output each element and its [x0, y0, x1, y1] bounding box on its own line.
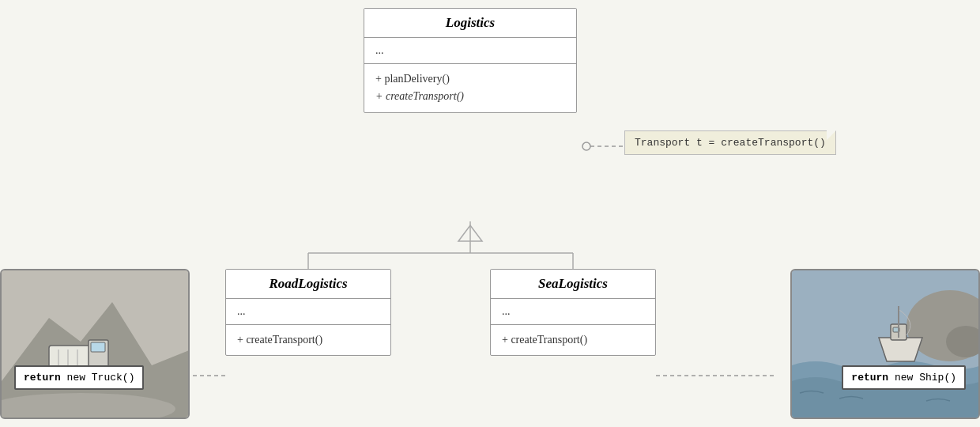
svg-marker-4: [458, 225, 482, 241]
logistics-title: Logistics: [446, 15, 495, 30]
ship-keyword: return: [851, 372, 888, 384]
plan-delivery-text: + planDelivery(): [375, 73, 450, 85]
truck-scene: [0, 269, 190, 419]
sea-logistics-fields: ...: [491, 299, 655, 325]
sea-create-text: + createTransport(): [502, 334, 587, 346]
sea-logistics-title: SeaLogistics: [538, 276, 608, 291]
logistics-fields-text: ...: [375, 44, 384, 56]
truck-scene-svg: [2, 270, 190, 419]
road-create-transport: + createTransport(): [237, 331, 379, 349]
road-fields-text: ...: [237, 305, 246, 317]
svg-rect-14: [91, 342, 105, 352]
ship-scene: [790, 269, 980, 419]
ship-scene-svg: [792, 270, 980, 419]
truck-code-text: new Truck(): [61, 372, 135, 384]
logistics-fields: ...: [364, 38, 576, 64]
sea-logistics-header: SeaLogistics: [491, 270, 655, 299]
road-logistics-fields: ...: [226, 299, 390, 325]
plan-delivery-method: + planDelivery(): [375, 70, 565, 88]
road-logistics-title: RoadLogistics: [269, 276, 347, 291]
svg-marker-27: [879, 338, 922, 361]
road-logistics-header: RoadLogistics: [226, 270, 390, 299]
sea-create-transport: + createTransport(): [502, 331, 644, 349]
svg-point-5: [582, 142, 590, 150]
road-create-text: + createTransport(): [237, 334, 322, 346]
truck-code-label: return new Truck(): [14, 365, 144, 390]
sea-logistics-methods: + createTransport(): [491, 325, 655, 355]
ship-code-text: new Ship(): [888, 372, 956, 384]
logistics-class: Logistics ... + planDelivery() + createT…: [364, 8, 577, 113]
road-logistics-methods: + createTransport(): [226, 325, 390, 355]
logistics-header: Logistics: [364, 9, 576, 38]
sea-fields-text: ...: [502, 305, 511, 317]
truck-keyword: return: [24, 372, 61, 384]
note-box: Transport t = createTransport(): [624, 130, 836, 155]
ship-code-label: return new Ship(): [842, 365, 966, 390]
create-transport-text: + createTransport(): [375, 90, 464, 102]
note-text: Transport t = createTransport(): [635, 137, 826, 149]
sea-logistics-class: SeaLogistics ... + createTransport(): [490, 269, 656, 356]
create-transport-method: + createTransport(): [375, 88, 565, 105]
diagram-container: Logistics ... + planDelivery() + createT…: [0, 0, 980, 427]
road-logistics-class: RoadLogistics ... + createTransport(): [225, 269, 391, 356]
logistics-methods: + planDelivery() + createTransport(): [364, 64, 576, 112]
